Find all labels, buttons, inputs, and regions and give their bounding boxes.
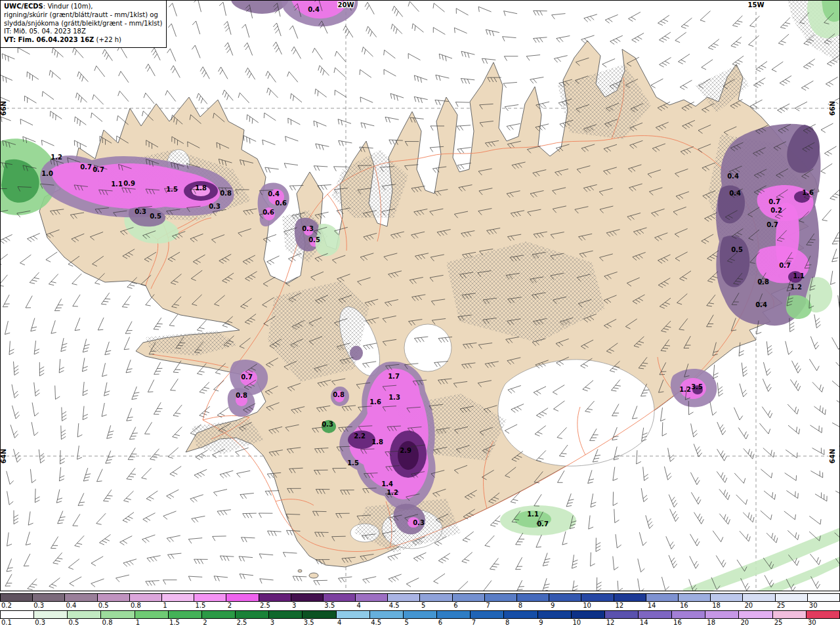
legend-tick-label: 18 — [711, 602, 743, 610]
precip-value-label: 1.6 — [369, 398, 381, 406]
precip-value-label: 0.3 — [322, 421, 333, 428]
legend-tick-label: 14 — [646, 602, 679, 610]
legend-color-segment — [453, 594, 485, 601]
legend-color-segment — [356, 594, 388, 601]
legend-color-segment — [581, 594, 614, 601]
precip-value-label: 0.8 — [220, 190, 232, 197]
legend-color-segment — [743, 594, 775, 601]
precip-value-label: 1.7 — [388, 373, 400, 380]
legend-tick-label: 12 — [605, 619, 639, 627]
legend-color-segment — [646, 594, 679, 601]
valid-time-line: VT: Fim. 06.04.2023 16Z (+22 h) — [4, 36, 163, 45]
legend-tick-label: 1 — [161, 602, 194, 610]
precip-value-label: 0.6 — [275, 200, 287, 207]
precip-value-label: 0.3 — [302, 225, 314, 232]
precip-value-label: 0.3 — [135, 208, 146, 215]
precip-value-label: 0.3 — [209, 203, 220, 210]
legend-color-segment — [711, 594, 743, 601]
coordinate-label: 15W — [748, 1, 765, 9]
coordinate-label: 66N — [0, 101, 7, 116]
legend-color-segment — [370, 611, 404, 618]
legend-tick-label: 25 — [773, 619, 807, 627]
legend-tick-label: 2.5 — [235, 619, 268, 627]
legend-tick-label: 10 — [571, 619, 604, 627]
legend-tick-label: 18 — [705, 619, 739, 627]
precip-value-label: 0.2 — [770, 207, 782, 214]
precip-value-label: 1.6 — [802, 189, 814, 196]
legend-color-segment — [614, 594, 646, 601]
legend-tick-label: 20 — [743, 602, 775, 610]
legend-tick-label: 8 — [504, 619, 537, 627]
legend-tick-label: 2.5 — [259, 602, 291, 610]
legend-color-segment — [202, 611, 236, 618]
legend-tick-label: 1.5 — [194, 602, 226, 610]
legend-tick-label: 16 — [679, 602, 711, 610]
legend-tick-labels-sleet-snow-scale: 0.20.30.40.50.811.522.533.544.5567891012… — [0, 602, 840, 610]
legend-color-segment — [517, 594, 549, 601]
legend-color-segment — [65, 594, 97, 601]
legend-tick-label: 0.4 — [64, 602, 96, 610]
legend-bar-sleet-snow-scale — [0, 593, 840, 602]
product-name: UWC/ECDS — [4, 3, 43, 10]
legend-tick-label: 3 — [269, 619, 303, 627]
legend-tick-label: 4.5 — [369, 619, 403, 627]
legend-tick-label: 4 — [356, 602, 388, 610]
legend-tick-label: 5 — [403, 619, 436, 627]
legend-tick-label: 2 — [201, 619, 235, 627]
legend-tick-label: 6 — [452, 602, 484, 610]
legend-color-segment — [291, 594, 324, 601]
legend-tick-label: 0.1 — [0, 619, 33, 627]
color-scale-legend: 0.20.30.40.50.811.522.533.544.5567891012… — [0, 591, 840, 630]
legend-color-segment — [485, 594, 517, 601]
legend-color-segment — [776, 594, 808, 601]
weather-map-screen: 0.41.21.00.70.71.10.91.51.80.80.30.50.30… — [0, 0, 840, 630]
legend-tick-label: 30 — [807, 619, 840, 627]
legend-color-segment — [605, 611, 639, 618]
precip-value-label: 1.1 — [793, 272, 805, 280]
coordinate-label: 20W — [338, 1, 354, 9]
legend-color-segment — [303, 611, 336, 618]
precip-value-label: 0.4 — [755, 301, 767, 308]
precip-value-label: 1.2 — [790, 284, 802, 291]
legend-color-segment — [68, 611, 101, 618]
legend-color-segment — [808, 594, 839, 601]
legend-color-segment — [101, 611, 135, 618]
precip-value-label: 2.9 — [400, 447, 411, 454]
legend-color-segment — [34, 611, 68, 618]
precip-value-label: 1.8 — [195, 184, 207, 192]
precip-value-label: 0.8 — [757, 278, 769, 285]
precip-value-label: 0.4 — [308, 6, 320, 13]
legend-tick-label: 16 — [672, 619, 705, 627]
precip-value-label: 0.7 — [768, 198, 780, 205]
legend-tick-label: 9 — [537, 619, 571, 627]
legend-color-segment — [739, 611, 772, 618]
legend-color-segment — [549, 594, 581, 601]
glacier-vatnajokull — [498, 360, 654, 466]
legend-color-segment — [572, 611, 605, 618]
small-island — [298, 570, 302, 572]
coordinate-label: 64N — [829, 449, 836, 463]
precip-value-label: 0.5 — [731, 246, 743, 253]
legend-color-segment — [639, 611, 672, 618]
legend-desc-rain: rigning/skúrir (grænt/blátt/rautt - mm/1… — [4, 11, 163, 20]
legend-color-segment — [1, 594, 33, 601]
legend-tick-label: 8 — [517, 602, 549, 610]
legend-tick-label: 1 — [135, 619, 168, 627]
legend-color-segment — [538, 611, 572, 618]
legend-color-segment — [162, 594, 194, 601]
legend-tick-label: 14 — [639, 619, 672, 627]
legend-color-segment — [324, 594, 356, 601]
legend-tick-labels-rain-scale: 0.10.30.50.811.522.533.544.5567891012141… — [0, 619, 840, 627]
legend-tick-label: 9 — [549, 602, 581, 610]
legend-bar-rain-scale — [0, 610, 840, 619]
precip-value-label: 1.5 — [347, 459, 359, 467]
legend-tick-label: 3.5 — [303, 619, 336, 627]
iceland-weather-map: 0.41.21.00.70.71.10.91.51.80.80.30.50.30… — [0, 0, 840, 591]
legend-tick-label: 20 — [739, 619, 772, 627]
precip-value-label: 0.7 — [537, 520, 549, 528]
legend-tick-label: 2 — [226, 602, 259, 610]
precip-value-label: 1.1 — [111, 180, 123, 188]
precip-value-label: 0.4 — [729, 190, 741, 197]
precip-value-label: 0.6 — [262, 209, 274, 216]
legend-color-segment — [679, 594, 711, 601]
